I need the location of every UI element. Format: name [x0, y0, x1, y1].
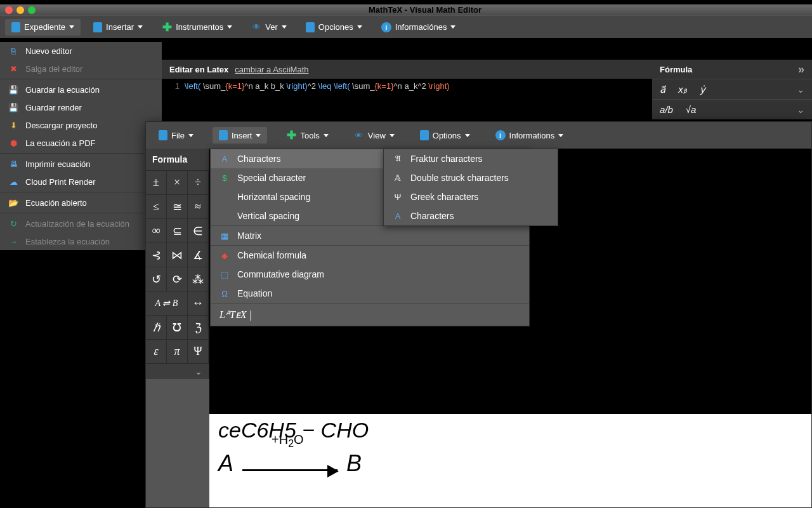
submenu-item-fraktur[interactable]: 𝔄Fraktur characters [384, 149, 558, 168]
chevron-down-icon: ⌄ [797, 105, 804, 115]
chevron-down-icon [450, 25, 455, 29]
chevron-down-icon [357, 25, 362, 29]
spacing-icon [219, 211, 230, 221]
symbol-button[interactable]: ℏ [146, 315, 167, 339]
document-icon [306, 22, 315, 32]
symbol-button[interactable]: ⟳ [167, 267, 188, 291]
document-icon [420, 130, 429, 140]
formula-symbol-sidebar: Formula ±×÷ ≤≅≈ ∞⊆∈ ⊰⋈∡ ↺⟳⁂ A ⇌ B↔ ℏ℧ℨ ε… [146, 149, 209, 379]
sidebar-item-guardar-ecuacion[interactable]: 💾Guardar la ecuación [0, 81, 162, 98]
minimize-icon[interactable] [16, 6, 24, 14]
formula-row[interactable]: a/b √a ⌄ [652, 99, 812, 119]
symbol-button[interactable]: ⊰ [146, 243, 167, 267]
menu-instrumentos[interactable]: ✚ Instrumentos [155, 19, 239, 36]
maximize-icon[interactable] [28, 6, 36, 14]
spacing-icon [219, 192, 230, 202]
symbol-button[interactable]: ℨ [188, 315, 209, 339]
symbol-button[interactable]: ≤ [146, 194, 167, 218]
sidebar-item-abierto[interactable]: 📂Ecuación abierto [0, 194, 162, 211]
code-line: \left( \sum_{k=1}^n a_k b_k \right)^2 \l… [185, 81, 450, 91]
sidebar-item-descargar[interactable]: ⬇Descargar proyecto [0, 116, 162, 134]
sidebar-item-actualizacion[interactable]: ↻Actualización de la ecuación [0, 215, 162, 232]
chevron-down-icon [138, 25, 143, 29]
symbol-button[interactable]: π [167, 339, 188, 363]
menu-item-equation[interactable]: ΩEquation [211, 284, 529, 303]
chevron-down-icon[interactable]: ⌄ [146, 363, 209, 379]
diagram-icon: ⬚ [219, 269, 230, 279]
double-struck-icon: 𝔸 [393, 173, 403, 183]
arrow-label: +H2O [272, 432, 304, 450]
symbol-button[interactable]: ≈ [188, 194, 209, 218]
symbol-button[interactable]: ↔ [188, 291, 209, 315]
menu-expediente[interactable]: Expediente [5, 19, 81, 36]
submenu-item-double-struck[interactable]: 𝔸Double struck characters [384, 168, 558, 187]
document-icon [93, 22, 102, 32]
formula-row[interactable]: a⃗ xᵦ ẏ ⌄ [652, 79, 812, 99]
menu-file[interactable]: File [152, 127, 200, 144]
switch-asciimath-link[interactable]: cambiar a AsciiMath [235, 65, 308, 74]
symbol-button[interactable]: ⋈ [167, 243, 188, 267]
menu-informations[interactable]: iInformations [489, 127, 570, 144]
set-icon: → [8, 236, 19, 246]
formula-panel-header[interactable]: Fórmula » [652, 60, 812, 79]
symbol-button[interactable]: × [167, 170, 188, 194]
symbol-button[interactable]: ⊆ [167, 218, 188, 243]
download-icon: ⬇ [8, 120, 19, 130]
refresh-icon: ↻ [8, 218, 19, 229]
chevron-down-icon [558, 134, 563, 137]
menu-item-matrix[interactable]: ▦Matrix [211, 226, 529, 245]
symbol-button[interactable]: A ⇌ B [146, 291, 188, 315]
symbol-button[interactable]: ⁂ [188, 267, 209, 291]
symbol-button[interactable]: ↺ [146, 267, 167, 291]
sidebar-item-establezca[interactable]: →Establezca la ecuación [0, 232, 162, 250]
separator [0, 79, 162, 79]
eraser-icon: ◆ [219, 250, 230, 260]
close-icon[interactable] [5, 6, 13, 14]
symbol-button[interactable]: ∞ [146, 218, 167, 243]
symbol-button[interactable]: ÷ [188, 170, 209, 194]
sidebar-item-guardar-render[interactable]: 💾Guardar render [0, 98, 162, 116]
sidebar-item-imprimir[interactable]: 🖶Imprimir ecuación [0, 155, 162, 173]
menu-tools[interactable]: ✚Tools [280, 127, 334, 144]
open-icon: 📂 [8, 197, 19, 208]
menu-insert[interactable]: Insert [213, 127, 268, 144]
characters-submenu: 𝔄Fraktur characters 𝔸Double struck chara… [383, 149, 558, 226]
sidebar-item-nuevo[interactable]: ⎘Nuevo editor [0, 42, 162, 60]
symbol-button[interactable]: ε [146, 339, 167, 363]
menu-informaciones[interactable]: i Informaciónes [375, 19, 462, 36]
symbol-button[interactable]: ≅ [167, 194, 188, 218]
symbol-button[interactable]: ∈ [188, 218, 209, 243]
chevron-down-icon: ⌄ [797, 84, 804, 95]
submenu-item-greek[interactable]: ΨGreek characters [384, 187, 558, 206]
titlebar: MathTeX - Visual Math Editor [0, 0, 812, 15]
document-icon [159, 130, 167, 140]
menu-opciones[interactable]: Opciones [299, 19, 369, 36]
symbol-button[interactable]: ℧ [167, 315, 188, 339]
info-icon: i [381, 22, 391, 32]
menu-item-commutative[interactable]: ⬚Commutative diagram [211, 265, 529, 284]
menu-insertar[interactable]: Insertar [87, 19, 149, 36]
sidebar-item-cloud-print[interactable]: ☁Cloud Print Render [0, 173, 162, 190]
render-line-2: A +H2O B [218, 450, 802, 477]
formula-panel: Fórmula » a⃗ xᵦ ẏ ⌄ a/b √a ⌄ [652, 60, 812, 119]
formula-sidebar-title: Formula [146, 149, 209, 170]
character-icon: A [393, 211, 403, 221]
plus-icon: ✚ [286, 130, 296, 140]
symbol-button[interactable]: ± [146, 170, 167, 194]
menu-view[interactable]: 👁View [348, 127, 401, 144]
latex-footer: LᴬTᴇX | [211, 304, 529, 326]
menu-item-chemical[interactable]: ◆Chemical formula [211, 246, 529, 265]
render-output: ceC6H5 − CHO A +H2O B [209, 414, 811, 507]
symbol-button[interactable]: ∡ [188, 243, 209, 267]
omega-icon: Ω [219, 288, 230, 298]
menu-ver[interactable]: 👁 Ver [245, 19, 293, 36]
code-editor[interactable]: 1 \left( \sum_{k=1}^n a_k b_k \right)^2 … [162, 79, 652, 93]
chevron-down-icon [282, 25, 287, 29]
chevron-right-icon: » [798, 63, 804, 76]
sidebar-item-pdf[interactable]: ⬢La ecuación a PDF [0, 134, 162, 152]
render-line-1: ceC6H5 − CHO [218, 418, 802, 443]
sidebar-item-salga[interactable]: ✖Salga del editor [0, 60, 162, 77]
submenu-item-characters[interactable]: ACharacters [384, 206, 558, 225]
symbol-button[interactable]: Ψ [188, 339, 209, 363]
menu-options[interactable]: Options [414, 127, 476, 144]
